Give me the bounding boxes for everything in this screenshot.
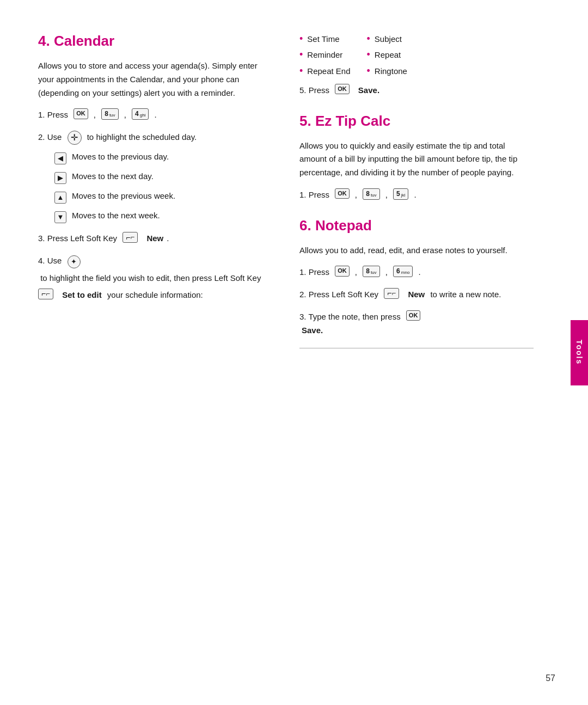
notepad-step1: 1. Press OK , 8tuv , 6mno . (299, 266, 534, 279)
notepad-step3-prefix: 3. Type the note, then press (299, 310, 403, 324)
step4-set-bold: Set to edit (62, 289, 102, 302)
bullet-repeat: • Repeat (367, 48, 407, 61)
key-5jkl: 5jkl (393, 188, 408, 200)
step2: 2. Use ✛ to highlight the scheduled day.… (38, 131, 272, 223)
key-6mno: 6mno (393, 266, 413, 277)
page-container: Tools 4. Calendar Allows you to store an… (0, 0, 588, 705)
step4-line1: to highlight the field you wish to edit,… (38, 272, 264, 285)
bullet-repeat-text: Repeat (375, 48, 401, 61)
bullet-reminder: • Reminder (299, 48, 351, 61)
ez-step1-prefix: 1. Press (299, 188, 332, 202)
bullet-dot-6: • (367, 66, 370, 76)
key-ok-ez: OK (335, 188, 350, 199)
key-4ghi: 4ghi (132, 108, 149, 120)
sidebar-tab: Tools (571, 320, 588, 385)
step2-suffix: to highlight the scheduled day. (85, 131, 197, 144)
notepad-step2-prefix: 2. Press Left Soft Key (299, 288, 381, 302)
step4: 4. Use ✦ to highlight the field you wish… (38, 254, 272, 302)
bullet-repeat-end-text: Repeat End (307, 65, 350, 77)
section4-intro: Allows you to store and access your agen… (38, 59, 272, 100)
key-ok-1: OK (74, 108, 88, 119)
bullet-dot-3: • (299, 66, 303, 76)
right-column: • Set Time • Reminder • Repeat End • (299, 33, 534, 672)
soft-key-icon-2: ⌐ (38, 289, 53, 299)
step1-prefix: 1. Press (38, 108, 70, 122)
ez-step1: 1. Press OK , 8tuv , 5jkl . (299, 188, 534, 202)
bullet-dot-1: • (299, 34, 303, 44)
key-ok-np: OK (335, 266, 350, 276)
subbullet-prev-day: ◀ Moves to the previous day. (54, 150, 272, 164)
step2-subbullets: ◀ Moves to the previous day. ▶ Moves to … (54, 150, 272, 223)
bullet-col-1: • Set Time • Reminder • Repeat End (299, 33, 351, 77)
section5-title: 5. Ez Tip Calc (299, 113, 534, 130)
notepad-step2-bold: New (408, 288, 425, 302)
right-arrow-icon: ▶ (54, 172, 66, 184)
soft-key-icon-np: ⌐ (384, 288, 399, 299)
subbullet-next-week: ▼ Moves to the next week. (54, 209, 272, 223)
key-8tuv-ez: 8tuv (363, 188, 379, 200)
up-arrow-icon: ▲ (54, 192, 66, 204)
step5-bold: Save. (358, 84, 379, 97)
bullet-dot-2: • (299, 50, 303, 59)
calendar-bullet-list: • Set Time • Reminder • Repeat End • (299, 33, 534, 77)
step2-prefix: 2. Use (38, 131, 64, 144)
key-8tuv-np: 8tuv (363, 266, 379, 277)
bullet-repeat-end: • Repeat End (299, 65, 351, 77)
step3-bold: New (146, 232, 163, 246)
bullet-reminder-text: Reminder (307, 48, 342, 61)
subbullet-prev-day-text: Moves to the previous day. (72, 150, 169, 163)
ez-tip-desc: Allows you to quickly and easily estimat… (299, 139, 534, 180)
subbullet-prev-week-text: Moves to the previous week. (72, 189, 175, 202)
step4-nav-icon: ✦ (68, 255, 81, 268)
subbullet-prev-week: ▲ Moves to the previous week. (54, 189, 272, 204)
subbullet-next-day-text: Moves to the next day. (72, 170, 154, 182)
section6-title: 6. Notepad (299, 217, 534, 234)
step1: 1. Press OK , 8tuv , 4ghi . (38, 108, 272, 122)
main-content: 4. Calendar Allows you to store and acce… (0, 0, 571, 705)
bullet-set-time-text: Set Time (307, 33, 339, 45)
bullet-dot-4: • (367, 34, 370, 44)
down-arrow-icon: ▼ (54, 211, 66, 223)
notepad-step2: 2. Press Left Soft Key ⌐ New to write a … (299, 288, 534, 302)
step4-prefix: 4. Use (38, 254, 64, 268)
step3: 3. Press Left Soft Key ⌐ New . (38, 232, 272, 246)
left-column: 4. Calendar Allows you to store and acce… (38, 33, 272, 672)
key-8tuv-1: 8tuv (101, 108, 118, 120)
bullet-ringtone: • Ringtone (367, 65, 407, 77)
page-number: 57 (546, 673, 555, 683)
notepad-step1-prefix: 1. Press (299, 266, 332, 279)
divider (299, 348, 534, 348)
key-ok-np3: OK (406, 310, 421, 321)
notepad-step3-bold: Save. (302, 326, 323, 335)
bullet-subject: • Subject (367, 33, 407, 45)
bullet-ringtone-text: Ringtone (375, 65, 407, 77)
step5-prefix: 5. Press (299, 84, 332, 97)
step5: 5. Press OK Save. (299, 84, 534, 97)
soft-key-icon-1: ⌐ (122, 232, 138, 243)
nav-cross-icon: ✛ (68, 131, 82, 145)
sidebar-label: Tools (575, 340, 584, 365)
section4-title: 4. Calendar (38, 33, 272, 50)
notepad-desc: Allows you to add, read, edit, and erase… (299, 244, 534, 258)
bullet-dot-5: • (367, 50, 370, 59)
step3-prefix: 3. Press Left Soft Key (38, 232, 119, 246)
subbullet-next-day: ▶ Moves to the next day. (54, 170, 272, 184)
bullet-set-time: • Set Time (299, 33, 351, 45)
notepad-step2-suffix: to write a new note. (428, 288, 501, 302)
bullet-subject-text: Subject (375, 33, 402, 45)
bullet-col-2: • Subject • Repeat • Ringtone (367, 33, 407, 77)
notepad-step3: 3. Type the note, then press OK Save. (299, 310, 534, 338)
key-ok-step5: OK (335, 84, 350, 94)
subbullet-next-week-text: Moves to the next week. (72, 209, 160, 222)
left-arrow-icon: ◀ (54, 152, 66, 164)
